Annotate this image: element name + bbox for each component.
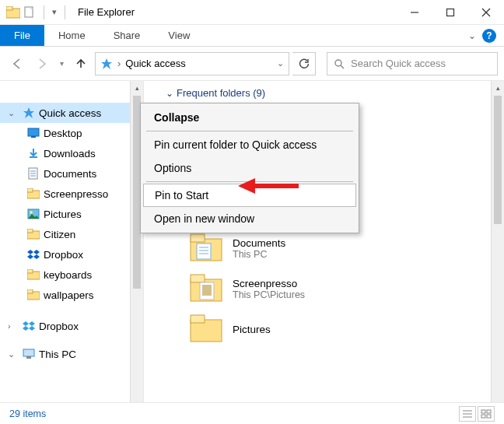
tree-item-documents[interactable]: Documents — [0, 163, 143, 184]
new-doc-icon[interactable] — [23, 6, 36, 19]
ribbon-tabs: File Home Share View ⌄ ? — [0, 25, 504, 47]
window-title: File Explorer — [78, 6, 135, 18]
tree-item-label: wallpapers — [44, 289, 94, 301]
ctx-options[interactable]: Options — [143, 156, 356, 180]
tree-item-wallpapers[interactable]: wallpapers — [0, 285, 143, 305]
home-tab[interactable]: Home — [44, 25, 100, 46]
file-tab[interactable]: File — [0, 25, 44, 46]
address-bar[interactable]: › Quick access ⌄ — [95, 52, 289, 75]
chevron-down-icon[interactable]: ⌄ — [166, 88, 173, 99]
ctx-open-new-window[interactable]: Open in new window — [143, 207, 356, 230]
refresh-button[interactable] — [292, 52, 316, 75]
documents-icon — [26, 166, 40, 180]
ctx-pin-to-start[interactable]: Pin to Start — [143, 184, 356, 207]
chevron-right-icon[interactable]: › — [8, 321, 19, 331]
back-button[interactable] — [6, 53, 28, 75]
scroll-up-icon[interactable]: ▴ — [131, 81, 143, 94]
svg-rect-37 — [191, 275, 205, 282]
folder-item-pictures[interactable]: Pictures — [166, 309, 504, 349]
pc-icon — [22, 347, 36, 361]
svg-rect-39 — [202, 285, 212, 296]
svg-rect-31 — [191, 234, 205, 242]
tree-item-label: Documents — [44, 168, 96, 180]
dropbox-icon — [22, 319, 36, 333]
folder-location: This PC\Pictures — [233, 289, 305, 300]
folder-item-screenpresso[interactable]: Screenpresso This PC\Pictures — [166, 268, 504, 309]
up-button[interactable] — [70, 53, 92, 75]
tree-item-screenpresso[interactable]: Screenpresso — [0, 184, 143, 204]
tree-item-label: Dropbox — [44, 249, 83, 261]
folder-icon — [189, 273, 223, 304]
folder-icon — [26, 187, 40, 201]
minimize-button[interactable] — [397, 0, 432, 25]
svg-rect-27 — [27, 289, 33, 293]
heading-text: Frequent folders (9) — [177, 87, 265, 99]
separator — [146, 131, 353, 131]
svg-rect-28 — [23, 349, 34, 356]
maximize-button[interactable] — [432, 0, 468, 25]
svg-rect-23 — [27, 229, 33, 233]
close-button[interactable] — [468, 0, 504, 25]
folder-name: Pictures — [233, 324, 271, 335]
tree-item-downloads[interactable]: Downloads — [0, 143, 143, 163]
svg-marker-7 — [101, 58, 112, 69]
content-scrollbar[interactable]: ▴ — [491, 81, 504, 402]
svg-rect-19 — [27, 188, 33, 192]
tree-item-label: Citizen — [44, 229, 75, 240]
svg-rect-4 — [447, 9, 454, 16]
svg-line-9 — [341, 65, 344, 68]
tree-label: Quick access — [39, 107, 101, 119]
svg-rect-11 — [28, 128, 39, 136]
chevron-right-icon[interactable]: › — [117, 58, 121, 69]
tree-this-pc[interactable]: ⌄ This PC — [0, 344, 143, 364]
item-count: 29 items — [9, 408, 46, 419]
status-bar: 29 items — [0, 402, 504, 424]
folder-icon — [26, 268, 40, 282]
folder-item-documents[interactable]: Documents This PC — [166, 228, 504, 268]
svg-rect-1 — [6, 6, 12, 10]
tree-item-citizen[interactable]: Citizen — [0, 224, 143, 244]
svg-rect-29 — [26, 356, 31, 359]
tree-quick-access[interactable]: ⌄ Quick access — [0, 103, 143, 123]
tree-item-pictures[interactable]: Pictures — [0, 204, 143, 224]
search-input[interactable] — [351, 58, 491, 69]
tree-item-keyboards[interactable]: keyboards — [0, 265, 143, 285]
svg-rect-32 — [197, 244, 211, 259]
tree-item-dropbox[interactable]: Dropbox — [0, 244, 143, 265]
tree-item-desktop[interactable]: Desktop — [0, 123, 143, 143]
ctx-pin-quick-access[interactable]: Pin current folder to Quick access — [143, 133, 356, 156]
tree-item-label: Screenpresso — [44, 188, 108, 200]
tree-item-label: Downloads — [44, 148, 96, 159]
folder-icon — [189, 314, 223, 345]
tree-dropbox-root[interactable]: › Dropbox — [0, 316, 143, 336]
star-icon — [100, 58, 113, 70]
svg-marker-10 — [23, 107, 34, 118]
qat-dropdown[interactable]: ▾ — [52, 7, 57, 17]
svg-rect-25 — [27, 269, 33, 273]
icons-view-button[interactable] — [478, 406, 495, 422]
svg-rect-41 — [191, 315, 205, 323]
frequent-folders-heading[interactable]: ⌄ Frequent folders (9) — [166, 87, 504, 99]
svg-rect-46 — [487, 410, 491, 413]
folder-location: This PC — [233, 249, 285, 260]
chevron-down-icon[interactable]: ⌄ — [8, 349, 19, 359]
dropbox-icon — [26, 247, 40, 261]
view-tab[interactable]: View — [154, 25, 204, 46]
star-icon — [22, 106, 36, 120]
search-box[interactable] — [327, 52, 498, 75]
file-explorer-icon — [6, 6, 20, 19]
recent-dropdown[interactable]: ▾ — [56, 53, 67, 75]
help-button[interactable]: ? — [482, 29, 496, 43]
folder-icon — [26, 288, 40, 302]
forward-button[interactable] — [31, 53, 53, 75]
chevron-down-icon[interactable]: ⌄ — [8, 108, 19, 118]
details-view-button[interactable] — [459, 406, 476, 422]
address-dropdown-icon[interactable]: ⌄ — [277, 58, 284, 68]
folder-name: Screenpresso — [233, 278, 305, 289]
scroll-up-icon[interactable]: ▴ — [492, 81, 504, 94]
expand-ribbon-icon[interactable]: ⌄ — [468, 30, 476, 41]
tree-label: This PC — [39, 349, 76, 360]
ctx-collapse[interactable]: Collapse — [143, 106, 356, 129]
folder-icon — [189, 233, 223, 264]
share-tab[interactable]: Share — [100, 25, 155, 46]
